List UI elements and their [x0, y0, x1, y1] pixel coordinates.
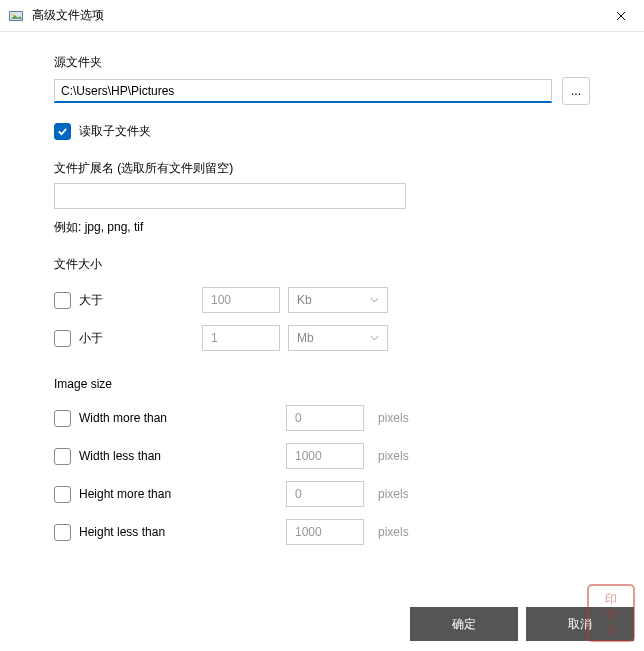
read-subfolders-checkbox[interactable]	[54, 123, 71, 140]
close-button[interactable]	[598, 0, 644, 32]
extension-label: 文件扩展名 (选取所有文件则留空)	[54, 160, 590, 177]
filesize-gt-label: 大于	[79, 292, 103, 309]
height-less-label: Height less than	[79, 525, 165, 539]
height-more-input[interactable]	[286, 481, 364, 507]
width-more-label: Width more than	[79, 411, 167, 425]
filesize-lt-input[interactable]	[202, 325, 280, 351]
read-subfolders-label: 读取子文件夹	[79, 123, 151, 140]
filesize-gt-unit-select[interactable]: Kb	[288, 287, 388, 313]
height-more-checkbox[interactable]	[54, 486, 71, 503]
width-less-input[interactable]	[286, 443, 364, 469]
extension-input[interactable]	[54, 183, 406, 209]
filesize-gt-input[interactable]	[202, 287, 280, 313]
extension-hint: 例如: jpg, png, tif	[54, 219, 590, 236]
chevron-down-icon	[370, 335, 379, 341]
cancel-button[interactable]: 取消	[526, 607, 634, 641]
dialog-content: 源文件夹 ... 读取子文件夹 文件扩展名 (选取所有文件则留空) 例如: jp…	[0, 32, 644, 551]
close-icon	[616, 11, 626, 21]
window-title: 高级文件选项	[32, 7, 104, 24]
browse-button[interactable]: ...	[562, 77, 590, 105]
width-more-input[interactable]	[286, 405, 364, 431]
app-icon	[8, 8, 24, 24]
pixels-unit: pixels	[378, 487, 409, 501]
titlebar: 高级文件选项	[0, 0, 644, 32]
filesize-lt-label: 小于	[79, 330, 103, 347]
filesize-gt-checkbox[interactable]	[54, 292, 71, 309]
pixels-unit: pixels	[378, 525, 409, 539]
width-more-checkbox[interactable]	[54, 410, 71, 427]
height-more-label: Height more than	[79, 487, 171, 501]
pixels-unit: pixels	[378, 411, 409, 425]
svg-point-2	[12, 13, 14, 15]
source-folder-label: 源文件夹	[54, 54, 590, 71]
filesize-gt-unit-value: Kb	[297, 293, 312, 307]
imagesize-label: Image size	[54, 377, 590, 391]
dialog-footer: 确定 取消	[410, 607, 634, 641]
check-icon	[57, 126, 68, 137]
height-less-checkbox[interactable]	[54, 524, 71, 541]
filesize-lt-checkbox[interactable]	[54, 330, 71, 347]
width-less-checkbox[interactable]	[54, 448, 71, 465]
source-folder-input[interactable]	[54, 79, 552, 103]
pixels-unit: pixels	[378, 449, 409, 463]
height-less-input[interactable]	[286, 519, 364, 545]
chevron-down-icon	[370, 297, 379, 303]
filesize-lt-unit-select[interactable]: Mb	[288, 325, 388, 351]
width-less-label: Width less than	[79, 449, 161, 463]
ok-button[interactable]: 确定	[410, 607, 518, 641]
filesize-lt-unit-value: Mb	[297, 331, 314, 345]
svg-text:印: 印	[605, 592, 617, 606]
filesize-label: 文件大小	[54, 256, 590, 273]
